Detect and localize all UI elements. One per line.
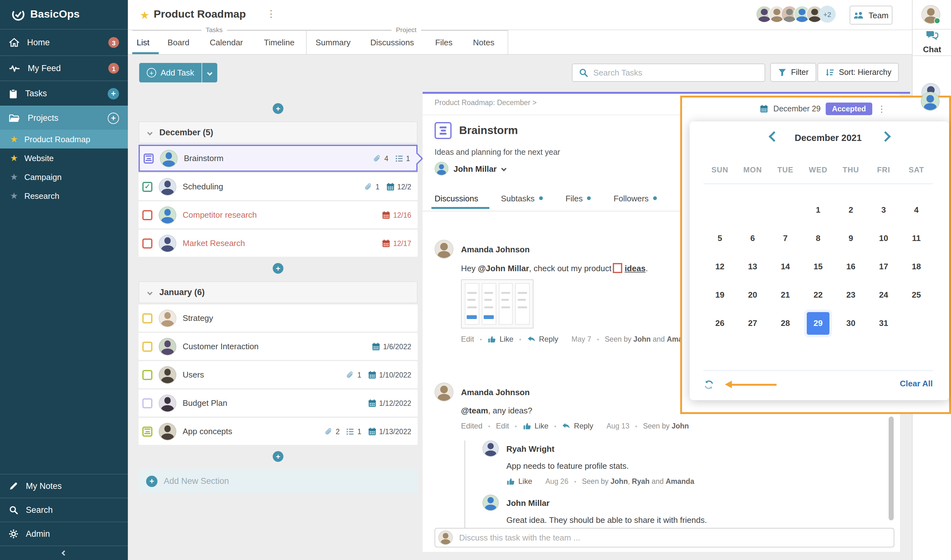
task-row[interactable]: ✓ Scheduling 112/2: [139, 173, 418, 200]
task-row-title[interactable]: App concepts: [183, 427, 318, 436]
day-1[interactable]: 1: [802, 196, 835, 224]
attachment-thumbnail[interactable]: [461, 279, 533, 328]
day-14[interactable]: 14: [769, 252, 802, 281]
day-6[interactable]: 6: [736, 224, 769, 252]
task-row-title[interactable]: Scheduling: [183, 182, 358, 191]
day-18[interactable]: 18: [900, 252, 933, 281]
task-row[interactable]: Market Research 12/17: [139, 230, 418, 257]
task-owner-selector[interactable]: John Millar: [435, 162, 505, 175]
section-header[interactable]: December (5): [139, 122, 418, 143]
tab-calendar[interactable]: Calendar: [210, 38, 243, 47]
day-9[interactable]: 9: [835, 224, 867, 252]
like-action[interactable]: Like: [488, 335, 513, 343]
tab-files[interactable]: Files: [435, 38, 452, 47]
add-tasks-button[interactable]: +: [108, 88, 119, 99]
tab-list[interactable]: List: [137, 38, 149, 47]
title-kebab-menu[interactable]: ⋮: [266, 8, 276, 20]
day-4[interactable]: 4: [900, 196, 933, 224]
task-row-title[interactable]: Market Research: [183, 238, 375, 248]
sidebar-item-tasks[interactable]: Tasks +: [0, 80, 128, 106]
section-header[interactable]: January (6): [139, 281, 418, 303]
reply-action[interactable]: Reply: [562, 422, 593, 431]
task-row[interactable]: Customer Interaction 1/6/2022: [139, 333, 418, 360]
detail-tab-files[interactable]: Files: [565, 189, 591, 207]
day-8[interactable]: 8: [802, 224, 835, 252]
day-13[interactable]: 13: [736, 252, 769, 281]
task-checkbox-yellow[interactable]: [142, 313, 153, 323]
sidebar-item-search[interactable]: Search: [0, 498, 128, 522]
sidebar-item-admin[interactable]: Admin: [0, 522, 128, 546]
day-22[interactable]: 22: [802, 281, 835, 309]
message-author[interactable]: Amanda Johnson: [461, 245, 530, 254]
task-row[interactable]: Brainstorm 41: [139, 145, 418, 172]
day-21[interactable]: 21: [769, 281, 802, 309]
tab-summary[interactable]: Summary: [315, 38, 350, 47]
day-20[interactable]: 20: [736, 281, 769, 309]
day-29[interactable]: 29: [802, 309, 835, 337]
task-checkbox-olive-status[interactable]: [142, 426, 153, 436]
day-26[interactable]: 26: [704, 309, 736, 337]
message-author[interactable]: Amanda Johnson: [461, 387, 530, 397]
add-task-inline-button[interactable]: +: [273, 451, 283, 462]
add-task-button[interactable]: + Add Task: [139, 63, 218, 82]
day-11[interactable]: 11: [900, 224, 933, 252]
overflow-avatar-count[interactable]: +2: [819, 6, 836, 23]
team-button[interactable]: Team: [850, 6, 892, 25]
sidebar-project-website[interactable]: ★ Website: [0, 149, 128, 168]
due-date[interactable]: December 29: [773, 105, 821, 113]
star-icon[interactable]: ★: [10, 134, 18, 144]
sidebar-collapse-button[interactable]: [0, 546, 128, 560]
tab-board[interactable]: Board: [168, 38, 189, 47]
sidebar-item-my-notes[interactable]: My Notes: [0, 474, 128, 498]
edit-action[interactable]: Edit: [461, 335, 474, 343]
search-input[interactable]: [593, 68, 758, 77]
tab-timeline[interactable]: Timeline: [264, 38, 295, 47]
star-icon[interactable]: ★: [10, 153, 18, 163]
task-row[interactable]: Users 11/10/2022: [139, 361, 418, 388]
task-row-title[interactable]: Budget Plan: [183, 398, 361, 408]
task-row-title[interactable]: Users: [183, 370, 340, 379]
task-row[interactable]: Strategy: [139, 305, 418, 332]
status-badge[interactable]: Accepted: [826, 103, 872, 115]
task-checkbox-green-checked[interactable]: ✓: [142, 182, 153, 192]
task-checkbox-red[interactable]: [142, 210, 153, 220]
day-10[interactable]: 10: [867, 224, 900, 252]
due-kebab-menu[interactable]: ⋮: [877, 104, 886, 114]
reply-action[interactable]: Reply: [527, 335, 558, 343]
task-row-title[interactable]: Brainstorm: [184, 154, 367, 163]
sidebar-item-projects[interactable]: Projects +: [0, 106, 128, 129]
sidebar-item-my-feed[interactable]: My Feed 1: [0, 55, 128, 80]
message-author[interactable]: John Millar: [506, 498, 550, 508]
tab-discussions[interactable]: Discussions: [371, 38, 414, 47]
star-icon[interactable]: ★: [10, 191, 18, 201]
message-author[interactable]: Ryah Wright: [506, 444, 554, 453]
edited-action[interactable]: Edited: [461, 422, 482, 431]
sidebar-item-home[interactable]: Home 3: [0, 29, 128, 55]
add-task-inline-button[interactable]: +: [273, 103, 283, 114]
task-search[interactable]: [572, 63, 765, 82]
task-row[interactable]: Competitor research 12/16: [139, 202, 418, 228]
day-24[interactable]: 24: [867, 281, 900, 309]
day-12[interactable]: 12: [704, 252, 736, 281]
day-19[interactable]: 19: [704, 281, 736, 309]
day-23[interactable]: 23: [835, 281, 867, 309]
task-checkbox-red[interactable]: [142, 238, 153, 248]
task-checkbox-lavender[interactable]: [142, 398, 153, 408]
avatar-teammate[interactable]: [921, 92, 940, 111]
favorite-star-icon[interactable]: ★: [140, 9, 150, 22]
day-27[interactable]: 27: [736, 309, 769, 337]
sidebar-project-research[interactable]: ★ Research: [0, 186, 128, 205]
comment-composer[interactable]: Discuss this task with the team ...: [435, 528, 894, 548]
detail-tab-discussions[interactable]: Discussions: [435, 189, 479, 207]
scrollbar-thumb[interactable]: [889, 417, 894, 520]
task-row[interactable]: App concepts 211/13/2022: [139, 418, 418, 445]
day-5[interactable]: 5: [704, 224, 736, 252]
day-28[interactable]: 28: [769, 309, 802, 337]
tab-notes[interactable]: Notes: [473, 38, 494, 47]
day-31[interactable]: 31: [867, 309, 900, 337]
detail-tab-subtasks[interactable]: Subtasks: [501, 189, 543, 207]
chat-button[interactable]: Chat: [912, 30, 951, 54]
star-icon[interactable]: ★: [10, 172, 18, 182]
filter-button[interactable]: Filter: [770, 63, 816, 82]
day-30[interactable]: 30: [835, 309, 867, 337]
